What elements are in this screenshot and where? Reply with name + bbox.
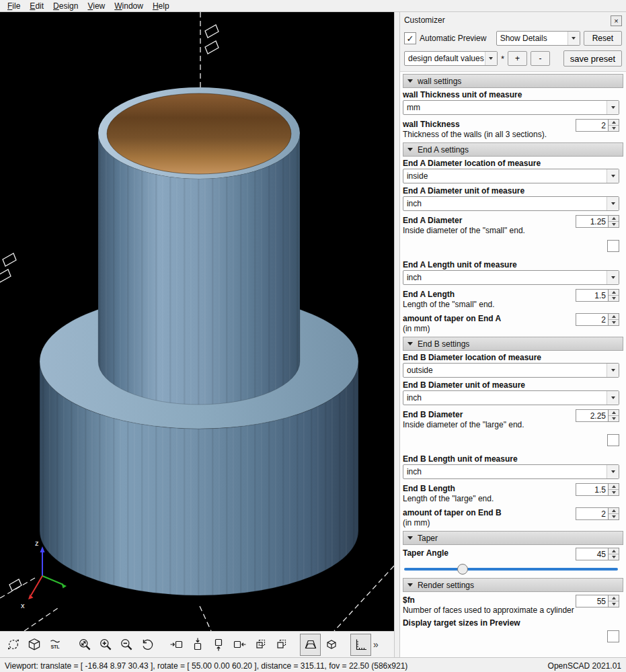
spin-up-icon[interactable] xyxy=(609,410,619,416)
3d-viewport[interactable]: z x xyxy=(0,12,394,631)
orthographic-icon[interactable] xyxy=(321,634,342,656)
spin-value[interactable]: 1.25 xyxy=(576,215,608,228)
section-header-render-settings[interactable]: Render settings xyxy=(403,578,623,592)
zoom-out-icon[interactable] xyxy=(116,634,136,656)
remove-preset-button[interactable]: - xyxy=(531,51,550,66)
svg-text:STL: STL xyxy=(50,644,60,649)
parameter-list: wall settings wall Thickness unit of mea… xyxy=(400,71,626,657)
end-a-length-spinbox[interactable]: 1.5 xyxy=(576,289,619,302)
menu-edit[interactable]: Edit xyxy=(25,1,48,11)
perspective-icon[interactable] xyxy=(300,634,321,656)
slider-track[interactable] xyxy=(404,568,618,571)
menu-window[interactable]: Window xyxy=(110,1,148,11)
view-top-icon[interactable] xyxy=(187,634,208,656)
section-header-taper[interactable]: Taper xyxy=(403,531,623,545)
spin-up-icon[interactable] xyxy=(609,314,619,320)
spin-value[interactable]: 2 xyxy=(576,313,608,326)
taper-angle-slider[interactable] xyxy=(404,562,618,575)
spin-down-icon[interactable] xyxy=(609,320,619,325)
slider-handle[interactable] xyxy=(457,564,468,575)
wall-thickness-spinbox[interactable]: 2 xyxy=(576,119,619,132)
end-b-diameter-unit-dropdown[interactable]: inch xyxy=(403,390,619,405)
end-b-length-unit-dropdown[interactable]: inch xyxy=(403,464,619,479)
end-b-diameter-spinbox[interactable]: 2.25 xyxy=(576,409,619,422)
end-a-diameter-unit-dropdown[interactable]: inch xyxy=(403,196,619,211)
dropdown-value: inch xyxy=(407,273,422,282)
render-cube-icon[interactable] xyxy=(24,634,44,656)
spin-value[interactable]: 1.5 xyxy=(576,483,608,496)
menu-design[interactable]: Design xyxy=(48,1,83,11)
spin-up-icon[interactable] xyxy=(609,120,619,126)
menu-file[interactable]: File xyxy=(3,1,25,11)
export-stl-icon[interactable]: STL xyxy=(44,634,65,656)
automatic-preview-checkbox[interactable]: ✓ xyxy=(404,32,416,44)
section-header-wall-settings[interactable]: wall settings xyxy=(403,74,623,88)
end-b-option-checkbox[interactable] xyxy=(607,434,619,446)
end-b-length-spinbox[interactable]: 1.5 xyxy=(576,483,619,496)
toolbar-overflow-icon[interactable]: » xyxy=(371,639,381,650)
view-left-icon[interactable] xyxy=(229,634,249,656)
end-a-length-unit-dropdown[interactable]: inch xyxy=(403,270,619,285)
spin-down-icon[interactable] xyxy=(609,222,619,227)
display-target-sizes-checkbox[interactable] xyxy=(607,630,619,642)
end-a-option-checkbox[interactable] xyxy=(607,240,619,252)
close-icon[interactable]: × xyxy=(611,15,622,26)
spin-down-icon[interactable] xyxy=(609,601,619,607)
end-a-diameter-location-dropdown[interactable]: inside xyxy=(403,169,619,183)
menu-help[interactable]: Help xyxy=(148,1,174,11)
param-desc: Length of the "large" end. xyxy=(403,494,494,503)
spin-down-icon[interactable] xyxy=(609,554,619,560)
spin-down-icon[interactable] xyxy=(609,126,619,131)
param-label: amount of taper on End A xyxy=(403,314,501,323)
spin-down-icon[interactable] xyxy=(609,416,619,421)
end-b-diameter-location-dropdown[interactable]: outside xyxy=(403,363,619,378)
panel-splitter[interactable] xyxy=(394,12,400,657)
zoom-all-icon[interactable] xyxy=(74,634,95,656)
view-front-icon[interactable] xyxy=(270,634,291,656)
view-right-icon[interactable] xyxy=(166,634,187,656)
spin-value[interactable]: 55 xyxy=(576,595,608,607)
spin-up-icon[interactable] xyxy=(609,595,619,601)
orbit-icon[interactable] xyxy=(3,634,24,656)
reset-button[interactable]: Reset xyxy=(584,31,622,46)
spin-value[interactable]: 2.25 xyxy=(576,409,608,422)
end-b-taper-spinbox[interactable]: 2 xyxy=(576,507,619,520)
show-details-dropdown[interactable]: Show Details xyxy=(496,31,580,46)
wall-thickness-unit-dropdown[interactable]: mm xyxy=(403,100,619,115)
spin-value[interactable]: 2 xyxy=(576,119,608,132)
param-label: Display target sizes in Preview xyxy=(403,618,623,628)
end-a-diameter-spinbox[interactable]: 1.25 xyxy=(576,215,619,228)
spin-up-icon[interactable] xyxy=(609,508,619,514)
axis-x-label: x xyxy=(21,601,25,610)
measure-axes-icon[interactable] xyxy=(350,634,371,656)
spin-up-icon[interactable] xyxy=(609,484,619,490)
spin-up-icon[interactable] xyxy=(609,216,619,222)
spin-down-icon[interactable] xyxy=(609,514,619,519)
collapse-arrow-icon xyxy=(407,79,413,83)
view-back-icon[interactable] xyxy=(249,634,270,656)
param-label: End A Length unit of measure xyxy=(403,260,623,269)
spin-down-icon[interactable] xyxy=(609,490,619,495)
section-header-end-b-settings[interactable]: End B settings xyxy=(403,337,623,351)
add-preset-button[interactable]: + xyxy=(508,51,527,66)
save-preset-button[interactable]: save preset xyxy=(563,50,622,67)
spin-value[interactable]: 45 xyxy=(576,548,608,560)
chevron-down-icon xyxy=(485,52,497,65)
spin-up-icon[interactable] xyxy=(609,548,619,554)
spin-up-icon[interactable] xyxy=(609,290,619,296)
fn-spinbox[interactable]: 55 xyxy=(576,595,619,607)
reset-view-icon[interactable] xyxy=(136,634,157,656)
spin-value[interactable]: 1.5 xyxy=(576,289,608,302)
zoom-in-icon[interactable] xyxy=(95,634,116,656)
section-header-end-a-settings[interactable]: End A settings xyxy=(403,142,623,157)
spin-value[interactable]: 2 xyxy=(576,507,608,520)
spin-down-icon[interactable] xyxy=(609,296,619,301)
end-a-taper-spinbox[interactable]: 2 xyxy=(576,313,619,326)
preset-dropdown[interactable]: design default values xyxy=(404,51,498,66)
section-title: wall settings xyxy=(418,77,461,86)
menu-view[interactable]: View xyxy=(83,1,110,11)
view-bottom-icon[interactable] xyxy=(208,634,229,656)
param-label: End B Length unit of measure xyxy=(403,454,623,464)
taper-angle-spinbox[interactable]: 45 xyxy=(576,548,619,560)
modified-indicator: * xyxy=(501,54,504,64)
